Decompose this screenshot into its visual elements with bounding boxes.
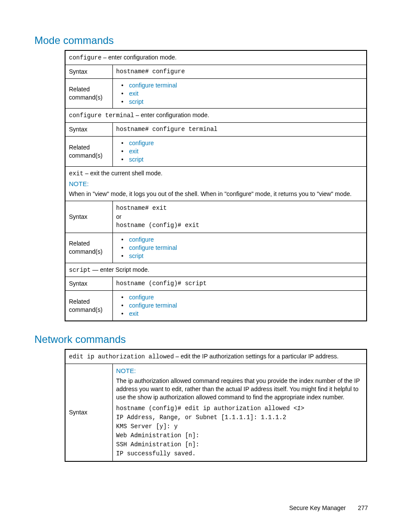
syntax-edit-ip-line5: SSH Administration [n]:	[116, 440, 363, 449]
link-configure[interactable]: configure	[121, 139, 363, 147]
cmd-desc-script: — enter Script mode.	[90, 266, 149, 273]
note-body-exit: When in "view" mode, it logs you out of …	[69, 190, 363, 198]
link-exit[interactable]: exit	[121, 90, 363, 98]
cmd-desc-edit-ip: – edit the IP authorization settings for…	[174, 353, 339, 360]
link-exit[interactable]: exit	[121, 147, 363, 156]
related-script: configure configure terminal exit	[112, 291, 367, 321]
syntax-edit-ip-line1: hostname (config)# edit ip authorization…	[116, 404, 363, 413]
label-related: Related command(s)	[65, 291, 112, 321]
cmd-name-configure: configure	[69, 54, 102, 61]
syntax-edit-ip-line2: IP Address, Range, or Subnet [1.1.1.1]: …	[116, 413, 363, 422]
heading-network-commands: Network commands	[34, 333, 368, 345]
link-script[interactable]: script	[121, 252, 363, 260]
label-syntax: Syntax	[65, 364, 112, 461]
cmd-name-configure-terminal: configure terminal	[69, 112, 134, 119]
page-number: 277	[358, 504, 368, 511]
link-exit[interactable]: exit	[121, 310, 363, 318]
table-network-commands: edit ip authorization allowed – edit the…	[65, 349, 367, 462]
syntax-configure-terminal: hostname# configure terminal	[112, 123, 367, 137]
syntax-exit: hostname# exit or hostname (config)# exi…	[112, 201, 367, 233]
cmd-desc-configure-terminal: – enter configuration mode.	[134, 112, 209, 118]
label-syntax: Syntax	[65, 201, 112, 233]
label-related: Related command(s)	[65, 137, 112, 167]
syntax-exit-or: or	[116, 213, 363, 221]
note-label: NOTE:	[69, 180, 363, 188]
related-configure: configure terminal exit script	[112, 78, 367, 109]
link-configure[interactable]: configure	[121, 236, 363, 244]
row-configure-terminal-header: configure terminal – enter configuration…	[65, 109, 367, 123]
label-syntax: Syntax	[65, 277, 112, 291]
label-related: Related command(s)	[65, 233, 112, 263]
cmd-name-edit-ip: edit ip authorization allowed	[69, 353, 174, 360]
footer: Secure Key Manager 277	[289, 504, 368, 511]
heading-mode-commands: Mode commands	[34, 34, 368, 47]
syntax-edit-ip-line3: KMS Server [y]: y	[116, 422, 363, 431]
syntax-configure: hostname# configure	[112, 65, 367, 78]
page: Mode commands configure – enter configur…	[0, 0, 411, 532]
syntax-edit-ip: NOTE: The ip authorization allowed comma…	[112, 364, 367, 461]
note-body-edit-ip: The ip authorization allowed command req…	[116, 377, 363, 401]
cmd-name-script: script	[69, 267, 90, 274]
link-configure[interactable]: configure	[121, 293, 363, 302]
row-exit-header: exit – exit the current shell mode. NOTE…	[65, 166, 367, 201]
table-mode-commands: configure – enter configuration mode. Sy…	[65, 50, 367, 321]
syntax-edit-ip-line4: Web Administration [n]:	[116, 431, 363, 440]
label-related: Related command(s)	[65, 78, 112, 109]
row-script-header: script — enter Script mode.	[65, 263, 367, 277]
footer-title: Secure Key Manager	[289, 504, 346, 511]
row-configure-header: configure – enter configuration mode.	[65, 50, 367, 65]
syntax-exit-line1: hostname# exit	[116, 204, 363, 213]
link-configure-terminal[interactable]: configure terminal	[121, 302, 363, 310]
cmd-desc-exit: – exit the current shell mode.	[84, 170, 163, 177]
cmd-name-exit: exit	[69, 170, 84, 177]
related-exit: configure configure terminal script	[112, 233, 367, 263]
link-script[interactable]: script	[121, 98, 363, 106]
cmd-desc-configure: – enter configuration mode.	[102, 54, 177, 61]
link-configure-terminal[interactable]: configure terminal	[121, 81, 363, 90]
syntax-script: hostname (config)# script	[112, 277, 367, 291]
label-syntax: Syntax	[65, 65, 112, 78]
link-script[interactable]: script	[121, 156, 363, 164]
label-syntax: Syntax	[65, 123, 112, 137]
related-configure-terminal: configure exit script	[112, 137, 367, 167]
syntax-exit-line2: hostname (config)# exit	[116, 221, 363, 230]
row-edit-ip-header: edit ip authorization allowed – edit the…	[65, 349, 367, 364]
link-configure-terminal[interactable]: configure terminal	[121, 244, 363, 252]
note-label: NOTE:	[116, 367, 363, 375]
syntax-edit-ip-line6: IP successfully saved.	[116, 449, 363, 458]
